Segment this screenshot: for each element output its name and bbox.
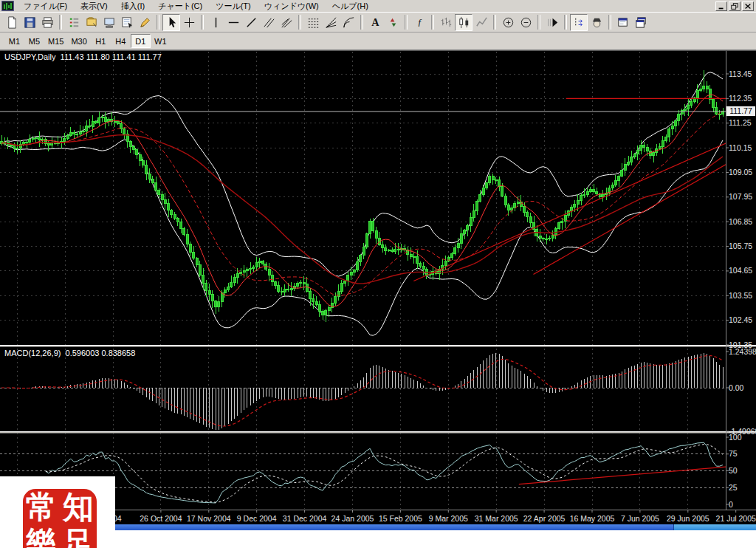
chart-window-icon [1,1,14,11]
price-axis-label: 111.25 [729,118,752,127]
restore-button[interactable] [729,1,740,11]
fibonacci-tool-button[interactable] [304,14,322,31]
horizontal-line-tool-button[interactable] [224,14,242,31]
price-axis-label: 102.45 [729,315,752,324]
minimize-icon [717,2,726,10]
navigator-button[interactable] [83,14,100,31]
timeframe-h1-button[interactable]: H1 [91,34,111,48]
svg-text:ƒ: ƒ [417,17,422,27]
text-tool-button[interactable]: A [366,14,384,31]
plot-layers [0,70,726,503]
menu-item-chart[interactable]: チャート(C) [151,0,209,13]
toolbar-separator [608,15,611,30]
timeframe-m1-button[interactable]: M1 [4,34,24,48]
trendline-tool-button[interactable] [242,14,260,31]
new-chart-button[interactable] [3,14,21,31]
line-chart-button[interactable] [472,14,490,31]
macd-axis-label: 0.00 [729,383,744,392]
terminal-icon [103,16,117,30]
seal-character: 知 [60,489,97,526]
watermark-stamp: 常知樂足 [0,476,115,548]
expert-advisor-button[interactable] [588,14,605,31]
save-icon [23,16,37,30]
date-axis-label: 17 Nov 2004 [187,514,231,523]
timeframe-m30-button[interactable]: M30 [67,34,90,48]
oscillator-axis-label: 75 [729,449,738,458]
timeframe-m15-button[interactable]: M15 [44,34,67,48]
menu-item-view[interactable]: 表示(V) [74,0,114,13]
terminal-button[interactable] [100,14,118,31]
menu-item-window[interactable]: ウィンドウ(W) [258,0,326,13]
arrows-tool-button[interactable] [384,14,402,31]
print-icon [41,16,55,30]
macd-signal-line [1,356,723,427]
tile-windows-icon [616,16,630,30]
date-axis-label: 9 Dec 2004 [237,514,277,523]
bar-chart-button[interactable] [437,14,455,31]
menu-item-help[interactable]: ヘルプ(H) [326,0,375,13]
pitchfork-tool-button[interactable] [278,14,295,31]
fibo-fan-tool-button[interactable] [322,14,340,31]
indicators-icon: ƒ [413,16,427,30]
arrows-tool-icon [386,16,400,30]
date-axis-label: 9 Mar 2005 [429,514,468,523]
cascade-windows-button[interactable] [632,14,650,31]
fibo-arcs-tool-button[interactable] [340,14,357,31]
minimize-button[interactable] [715,1,727,11]
timeframe-m5-button[interactable]: M5 [24,34,44,48]
toolbar-separator [564,15,567,30]
auto-scroll-button[interactable] [543,14,561,31]
date-axis-label: 15 Feb 2005 [379,514,422,523]
zoom-in-icon [501,16,515,30]
auto-scroll-icon [546,16,560,30]
candlestick-chart-icon [457,16,471,30]
seal-graphic: 常知樂足 [23,489,97,548]
date-axis-label: 7 Jun 2005 [621,514,659,523]
current-price-tag: 111.77 [726,106,755,116]
toolbar-separator [405,15,408,30]
chart-shift-icon [572,16,586,30]
trendline-1 [413,143,726,281]
price-axis-label: 112.35 [729,94,752,103]
macd-indicator-label: MACD(12,26,9) 0.596003 0.838658 [4,349,135,357]
new-order-button[interactable] [118,14,136,31]
timeframe-d1-button[interactable]: D1 [131,34,151,48]
oscillator-signal-line [46,445,723,503]
horizontal-line-tool-icon [227,16,241,30]
date-axis-label: 16 May 2005 [570,514,615,523]
market-watch-button[interactable] [65,14,83,31]
zoom-out-icon [519,16,533,30]
chart-canvas[interactable]: 113.45112.35111.25110.15109.05107.95106.… [0,50,756,524]
tile-windows-button[interactable] [614,14,632,31]
toolbar: Aƒ [0,13,756,32]
metaeditor-icon [138,16,152,30]
seal-character: 足 [60,526,97,548]
menu-item-tools[interactable]: ツール(T) [209,0,258,13]
oscillator-axis-label: 100 [729,433,742,442]
seal-character: 常 [23,489,60,526]
channel-tool-button[interactable] [260,14,278,31]
svg-text:A: A [371,16,379,28]
close-button[interactable] [742,1,754,11]
vertical-line-tool-button[interactable] [207,14,224,31]
bollinger-lower-band [1,140,723,335]
save-button[interactable] [21,14,38,31]
zoom-out-button[interactable] [517,14,535,31]
date-axis-label: 31 Mar 2005 [475,514,518,523]
new-chart-icon [5,16,19,30]
toolbar-separator [360,15,363,30]
timeframe-h4-button[interactable]: H4 [111,34,131,48]
timeframe-w1-button[interactable]: W1 [151,34,171,48]
zoom-in-button[interactable] [499,14,517,31]
menu-item-file[interactable]: ファイル(F) [17,0,74,13]
print-button[interactable] [38,14,56,31]
price-axis-label: 107.95 [729,192,752,201]
candlestick-chart-button[interactable] [455,14,472,31]
menu-item-insert[interactable]: 挿入(I) [114,0,151,13]
crosshair-button[interactable] [180,14,198,31]
indicators-button[interactable]: ƒ [410,14,428,31]
line-chart-icon [475,16,489,30]
cursor-button[interactable] [162,14,180,31]
metaeditor-button[interactable] [136,14,154,31]
chart-shift-button[interactable] [570,14,588,31]
